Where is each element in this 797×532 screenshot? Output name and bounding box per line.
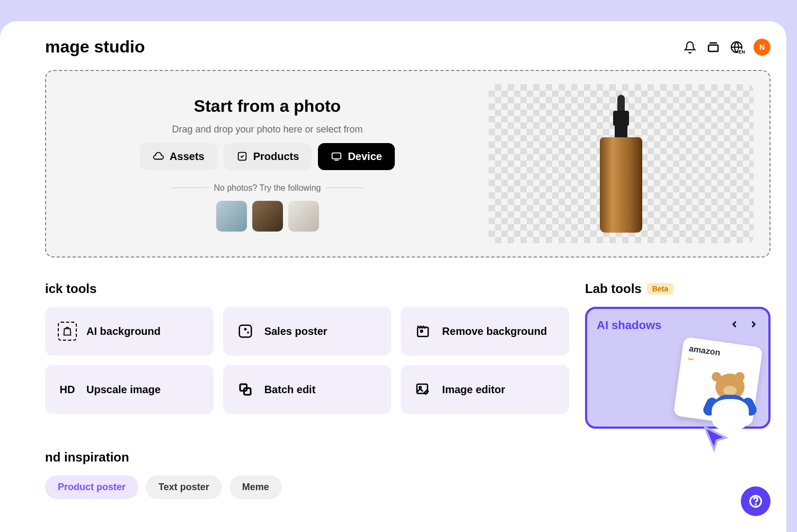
app-title: mage studio: [45, 37, 145, 57]
sparkle-frame-icon: [236, 322, 255, 341]
amazon-smile-icon: ⌣: [687, 352, 695, 363]
lab-preview-image: amazon ⌣: [657, 336, 774, 432]
sample-thumb-earbuds[interactable]: [216, 201, 247, 232]
assets-button[interactable]: Assets: [140, 143, 217, 170]
lab-tools-title-text: Lab tools: [585, 281, 642, 296]
svg-rect-4: [332, 153, 341, 159]
products-label: Products: [253, 150, 299, 163]
beta-badge: Beta: [647, 283, 674, 295]
divider: [326, 188, 363, 188]
divider: [172, 188, 209, 188]
svg-rect-6: [239, 325, 251, 338]
inspiration-tabs: Product poster Text poster Meme: [45, 475, 771, 499]
avatar[interactable]: N: [754, 39, 771, 56]
quick-tools-grid: AI background Sales poster Remove backgr…: [45, 307, 569, 414]
language-label: EN: [738, 49, 745, 55]
no-photos-row: No photos? Try the following: [172, 183, 364, 193]
dropzone-title: Start from a photo: [194, 96, 341, 116]
tool-ai-background[interactable]: AI background: [45, 307, 214, 356]
tools-row: ick tools AI background Sales poster: [45, 281, 771, 429]
svg-rect-11: [417, 384, 428, 394]
lab-card-title: AI shadows: [597, 318, 661, 332]
tool-image-editor[interactable]: Image editor: [401, 365, 569, 414]
stack-icon: [236, 380, 255, 399]
quick-tools-title: ick tools: [45, 281, 569, 296]
chevron-left-icon[interactable]: [729, 319, 740, 332]
tool-label: Sales poster: [264, 325, 327, 338]
inspiration-section: nd inspiration Product poster Text poste…: [45, 450, 771, 499]
tab-product-poster[interactable]: Product poster: [45, 475, 138, 499]
tool-label: AI background: [86, 325, 161, 338]
source-buttons: Assets Products Device: [140, 143, 395, 170]
tool-label: Remove background: [442, 325, 547, 338]
tool-batch-edit[interactable]: Batch edit: [223, 365, 392, 414]
svg-point-14: [755, 504, 756, 504]
tool-remove-background[interactable]: Remove background: [401, 307, 569, 356]
inspiration-title: nd inspiration: [45, 450, 771, 465]
lab-tools-title: Lab tools Beta: [585, 281, 771, 296]
bag-icon: [58, 322, 77, 341]
help-icon: [748, 494, 763, 509]
help-button[interactable]: [741, 486, 771, 516]
hd-icon: HD: [58, 380, 77, 399]
svg-point-8: [421, 330, 423, 332]
lab-card-header: AI shadows: [597, 318, 759, 332]
tab-meme[interactable]: Meme: [229, 475, 282, 499]
assets-label: Assets: [170, 150, 205, 163]
header-icons: EN N: [684, 39, 771, 56]
dropzone-controls: Start from a photo Drag and drop your ph…: [62, 84, 473, 243]
erase-image-icon: [413, 322, 432, 341]
lab-tools-section: Lab tools Beta AI shadows: [585, 281, 771, 429]
globe-language-icon[interactable]: EN: [730, 41, 743, 54]
sample-thumb-palette[interactable]: [252, 201, 283, 232]
products-button[interactable]: Products: [224, 143, 312, 170]
tool-upscale-image[interactable]: HD Upscale image: [45, 365, 214, 414]
image-edit-icon: [413, 380, 432, 399]
tool-sales-poster[interactable]: Sales poster: [223, 307, 392, 356]
tool-label: Image editor: [442, 383, 505, 396]
cursor-pointer-icon: [699, 424, 731, 458]
header: mage studio EN N: [45, 37, 771, 57]
dropzone-subtitle: Drag and drop your photo here or select …: [172, 124, 362, 135]
lab-card-ai-shadows[interactable]: AI shadows amazon ⌣: [585, 307, 771, 429]
lab-nav: [729, 319, 759, 332]
sample-thumbnails: [216, 201, 319, 232]
bell-icon[interactable]: [684, 41, 696, 54]
tool-label: Batch edit: [264, 383, 316, 396]
app-window: mage studio EN N Start from a photo Drag…: [0, 21, 786, 532]
card-icon[interactable]: [707, 41, 720, 54]
quick-tools-section: ick tools AI background Sales poster: [45, 281, 569, 429]
svg-rect-0: [709, 45, 718, 51]
no-photos-text: No photos? Try the following: [214, 183, 321, 193]
sample-thumb-chair[interactable]: [288, 201, 319, 232]
preview-checkerboard: [489, 84, 754, 243]
chevron-right-icon[interactable]: [748, 319, 759, 332]
tab-text-poster[interactable]: Text poster: [146, 475, 222, 499]
device-button[interactable]: Device: [318, 143, 395, 170]
device-label: Device: [348, 150, 382, 163]
product-bottle-image: [600, 95, 642, 233]
tool-label: Upscale image: [86, 383, 161, 396]
photo-dropzone[interactable]: Start from a photo Drag and drop your ph…: [45, 70, 771, 258]
